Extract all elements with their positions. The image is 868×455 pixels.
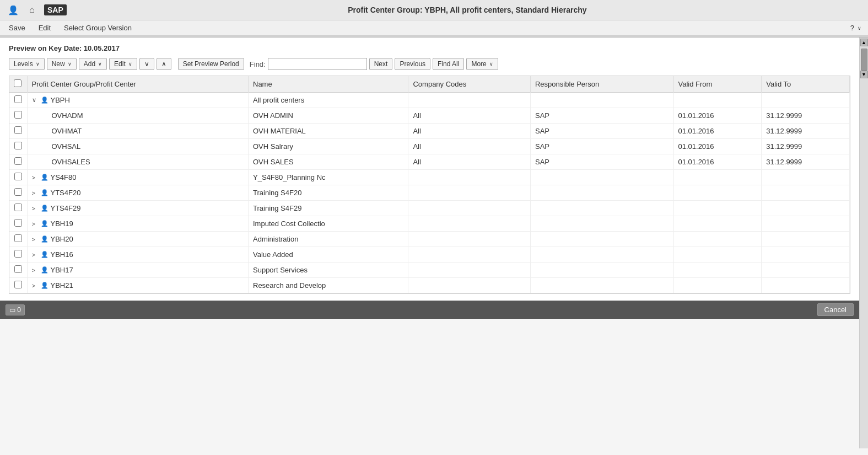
select-all-checkbox[interactable] — [14, 79, 21, 87]
down-arrow-icon: ∨ — [144, 60, 149, 68]
levels-button[interactable]: Levels ∨ — [9, 58, 45, 70]
row-checkbox-cell — [9, 185, 27, 201]
expand-icon[interactable]: > — [32, 190, 39, 196]
status-left: ▭ 0 — [6, 304, 25, 315]
row-checkbox[interactable] — [14, 126, 22, 134]
row-responsible-person: SAP — [530, 139, 673, 154]
table-row: >👤YS4F80Y_S4F80_Planning Nc — [9, 170, 850, 185]
edit-chevron-icon: ∨ — [128, 61, 132, 67]
row-valid-from — [673, 247, 762, 263]
more-button[interactable]: More ∨ — [466, 58, 498, 70]
row-name: OVH MATERIAL — [249, 124, 408, 139]
up-arrow-button[interactable]: ∧ — [157, 58, 171, 70]
add-button[interactable]: Add ∨ — [79, 58, 107, 70]
find-all-button[interactable]: Find All — [433, 58, 464, 70]
row-name: Support Services — [249, 263, 408, 278]
row-name: OVH Salrary — [249, 139, 408, 154]
scroll-down-button[interactable]: ▼ — [860, 71, 868, 78]
row-responsible-person — [530, 216, 673, 232]
select-group-version-menu-item[interactable]: Select Group Version — [62, 23, 134, 33]
row-checkbox[interactable] — [14, 234, 22, 242]
row-valid-to — [762, 185, 850, 201]
status-icon: ▭ 0 — [6, 304, 25, 315]
expand-icon[interactable]: ∨ — [32, 97, 39, 104]
row-code: OVHSALES — [41, 158, 90, 166]
previous-button[interactable]: Previous — [395, 58, 430, 70]
row-company-codes — [408, 247, 531, 263]
row-checkbox[interactable] — [14, 265, 22, 273]
row-checkbox[interactable] — [14, 188, 22, 196]
group-icon: 👤 — [41, 235, 48, 243]
row-checkbox[interactable] — [14, 250, 22, 258]
help-label: ? — [850, 24, 854, 32]
row-code: YBH16 — [51, 250, 73, 259]
hierarchy-cell: >👤YTS4F20 — [27, 185, 249, 201]
expand-icon[interactable]: > — [32, 267, 39, 274]
row-name: All profit centers — [249, 93, 408, 108]
row-checkbox[interactable] — [14, 204, 22, 211]
table-row: >👤YBH20Administration — [9, 232, 850, 247]
row-checkbox[interactable] — [14, 111, 22, 119]
row-checkbox-cell — [9, 263, 27, 278]
home-icon[interactable]: ⌂ — [25, 3, 39, 17]
expand-icon[interactable]: > — [32, 221, 39, 227]
next-button[interactable]: Next — [369, 58, 393, 70]
set-preview-period-label: Set Preview Period — [183, 60, 239, 68]
row-checkbox-cell — [9, 278, 27, 293]
cancel-button[interactable]: Cancel — [817, 303, 854, 316]
add-chevron-icon: ∨ — [98, 61, 102, 67]
row-responsible-person — [530, 201, 673, 216]
row-name: Value Added — [249, 247, 408, 263]
row-checkbox[interactable] — [14, 95, 22, 103]
row-company-codes — [408, 216, 531, 232]
find-input[interactable] — [268, 58, 367, 70]
row-valid-from — [673, 216, 762, 232]
user-icon[interactable]: 👤 — [7, 3, 20, 17]
row-valid-from — [673, 278, 762, 293]
row-responsible-person: SAP — [530, 154, 673, 170]
levels-label: Levels — [14, 60, 33, 68]
row-valid-from — [673, 170, 762, 185]
row-valid-to: 31.12.9999 — [762, 139, 850, 154]
row-checkbox[interactable] — [14, 281, 22, 288]
expand-icon[interactable]: > — [32, 282, 39, 289]
group-icon: 👤 — [41, 266, 48, 274]
expand-icon[interactable]: > — [32, 205, 39, 212]
help-button[interactable]: ? ∨ — [850, 24, 861, 32]
row-checkbox-cell — [9, 108, 27, 124]
row-valid-from — [673, 93, 762, 108]
row-checkbox[interactable] — [14, 173, 22, 180]
more-chevron-icon: ∨ — [489, 61, 493, 67]
down-arrow-button[interactable]: ∨ — [139, 58, 154, 70]
group-icon: 👤 — [41, 189, 48, 196]
hierarchy-cell: OVHSALES — [27, 154, 249, 170]
edit-button[interactable]: Edit ∨ — [109, 58, 137, 70]
row-code: YBPH — [51, 96, 70, 104]
group-icon: 👤 — [41, 282, 48, 289]
row-company-codes — [408, 263, 531, 278]
table-container: Profit Center Group/Profit Center Name C… — [9, 76, 850, 294]
row-checkbox[interactable] — [14, 157, 22, 165]
set-preview-period-button[interactable]: Set Preview Period — [178, 58, 244, 70]
scrollbar: ▲ ▼ — [859, 38, 868, 448]
up-arrow-icon: ∧ — [161, 60, 166, 68]
row-company-codes — [408, 170, 531, 185]
row-checkbox[interactable] — [14, 219, 22, 227]
row-checkbox[interactable] — [14, 142, 22, 149]
scroll-up-button[interactable]: ▲ — [860, 39, 868, 46]
row-company-codes — [408, 185, 531, 201]
new-button[interactable]: New ∨ — [47, 58, 77, 70]
expand-icon[interactable]: > — [32, 236, 39, 243]
expand-icon[interactable]: > — [32, 251, 39, 258]
group-icon: 👤 — [41, 220, 48, 227]
scroll-thumb[interactable] — [861, 49, 867, 71]
row-company-codes — [408, 232, 531, 247]
status-count: 0 — [17, 306, 21, 314]
edit-menu-item[interactable]: Edit — [36, 23, 53, 33]
new-chevron-icon: ∨ — [68, 61, 72, 67]
expand-icon[interactable]: > — [32, 174, 39, 181]
row-responsible-person — [530, 263, 673, 278]
row-valid-from — [673, 232, 762, 247]
save-menu-item[interactable]: Save — [7, 23, 28, 33]
row-valid-from — [673, 263, 762, 278]
